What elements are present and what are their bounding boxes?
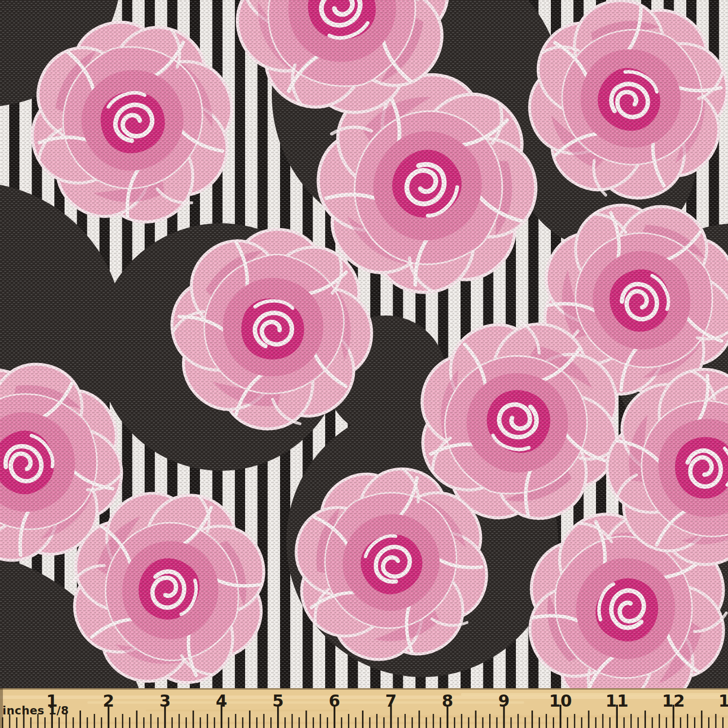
ruler-tick [59, 717, 60, 728]
ruler-tick [44, 717, 46, 728]
ruler-tick [263, 714, 265, 728]
ruler-tick [256, 717, 258, 728]
ruler-tick [645, 711, 646, 728]
ruler-tick [687, 714, 688, 728]
ruler-tick [136, 711, 137, 728]
ruler-number: 6 [329, 691, 340, 711]
ruler-tick [461, 714, 463, 728]
ruler-tick [94, 714, 95, 728]
ruler-tick [16, 717, 17, 728]
ruler-tick [171, 717, 173, 728]
ruler-tick [489, 714, 491, 728]
ruler-unit-label: inches 1/8 [2, 704, 69, 717]
ruler-tick [383, 717, 385, 728]
ruler-tick [638, 717, 639, 728]
ruler-tick [659, 714, 660, 728]
ruler-tick [242, 717, 244, 728]
ruler-tick [150, 714, 152, 728]
ruler-tick [539, 717, 540, 728]
wood-grain [146, 710, 349, 711]
ruler-number: 5 [272, 691, 284, 711]
ruler-tick [595, 717, 596, 728]
ruler-tick [298, 717, 300, 728]
ruler-tick [122, 714, 123, 728]
ruler-number: 13 [718, 691, 728, 711]
ruler-tick [129, 717, 131, 728]
ruler-tick [397, 717, 399, 728]
ruler-number: 11 [606, 691, 629, 711]
ruler-tick [454, 717, 455, 728]
ruler-tick [468, 717, 469, 728]
ruler-tick [348, 714, 349, 728]
ruler-tick [313, 717, 314, 728]
ruler-tick [30, 717, 32, 728]
ruler-tick [214, 717, 215, 728]
ruler-tick [404, 714, 406, 728]
ruler-tick [376, 714, 378, 728]
ruler-tick [185, 717, 187, 728]
ruler-tick [553, 717, 554, 728]
ruler-tick [73, 717, 74, 728]
ruler-tick [440, 717, 441, 728]
ruler-number: 10 [549, 691, 572, 711]
ruler-tick [341, 717, 343, 728]
fabric-weave-texture [0, 0, 728, 688]
ruler-tick [567, 717, 568, 728]
fabric-swatch-photo: 12345678910111213inches 1/8 [0, 0, 728, 728]
ruler-tick [355, 717, 357, 728]
ruler-tick [722, 717, 724, 728]
ruler-tick [475, 711, 477, 728]
ruler-number: 12 [662, 691, 685, 711]
fabric-shadow-line [0, 688, 728, 690]
ruler-number: 4 [216, 691, 228, 711]
ruler-tick [511, 717, 512, 728]
ruler-tick [193, 711, 194, 728]
ruler-tick [369, 717, 371, 728]
ruler-tick [602, 714, 604, 728]
fabric-pattern-image: 12345678910111213inches 1/8 [0, 0, 728, 728]
ruler-tick [426, 717, 427, 728]
ruler-tick [207, 714, 208, 728]
ruler-tick [362, 711, 364, 728]
ruler-tick [418, 711, 420, 728]
ruler-tick [666, 717, 667, 728]
ruler-tick [306, 711, 307, 728]
ruler-tick [235, 714, 236, 728]
ruler: 12345678910111213inches 1/8 [0, 688, 728, 728]
ruler-tick [630, 714, 632, 728]
ruler-tick [496, 717, 498, 728]
ruler-tick [412, 717, 413, 728]
ruler-tick [87, 717, 88, 728]
ruler-tick [284, 717, 286, 728]
ruler-tick [270, 717, 272, 728]
ruler-tick [652, 717, 653, 728]
ruler-tick [115, 717, 116, 728]
ruler-number: 3 [159, 691, 171, 711]
ruler-tick [680, 717, 681, 728]
ruler-tick [80, 711, 81, 728]
ruler-tick [327, 717, 328, 728]
ruler-tick [292, 714, 293, 728]
ruler-tick [588, 711, 590, 728]
ruler-tick [2, 717, 3, 728]
ruler-number: 2 [103, 691, 115, 711]
ruler-tick [517, 714, 519, 728]
ruler-tick [574, 714, 576, 728]
ruler-tick [715, 714, 717, 728]
ruler-tick [546, 714, 547, 728]
ruler-tick [157, 717, 159, 728]
ruler-tick [101, 717, 102, 728]
ruler-tick [320, 714, 321, 728]
ruler-tick [228, 717, 230, 728]
ruler-tick [694, 717, 695, 728]
ruler-tick [143, 717, 145, 728]
ruler-tick [525, 717, 526, 728]
ruler-tick [179, 714, 180, 728]
ruler-tick [433, 714, 434, 728]
ruler-tick [581, 717, 582, 728]
ruler-tick [531, 711, 533, 728]
ruler-tick [200, 717, 201, 728]
ruler-tick [482, 717, 484, 728]
ruler-number: 7 [385, 691, 397, 711]
ruler-number: 8 [442, 691, 453, 711]
